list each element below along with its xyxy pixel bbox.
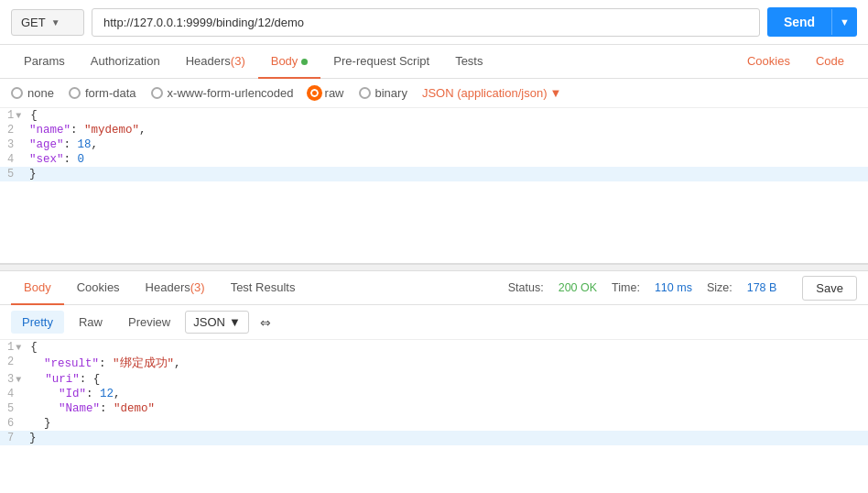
time-value: 110 ms bbox=[655, 281, 692, 294]
resp-linenum-7: 7 bbox=[0, 432, 26, 444]
resp-linenum-4: 4 bbox=[0, 388, 26, 400]
resp-fold-3[interactable]: ▼ bbox=[16, 375, 21, 385]
resp-line-4: 4 "Id": 12, bbox=[0, 387, 868, 401]
resp-tab-body[interactable]: Body bbox=[11, 271, 64, 305]
method-select[interactable]: GET ▼ bbox=[11, 9, 84, 36]
send-button[interactable]: Send ▼ bbox=[767, 7, 857, 37]
req-line-2: 2 "name": "mydemo", bbox=[0, 123, 868, 137]
section-divider bbox=[0, 264, 868, 271]
option-form-data[interactable]: form-data bbox=[69, 86, 136, 100]
size-label: Size: bbox=[707, 281, 732, 294]
tab-headers[interactable]: Headers(3) bbox=[173, 45, 258, 79]
resp-tab-test-results[interactable]: Test Results bbox=[218, 271, 309, 305]
resp-linenum-5: 5 bbox=[0, 402, 26, 415]
resp-linenum-2: 2 bbox=[0, 356, 26, 368]
save-button[interactable]: Save bbox=[802, 276, 857, 301]
option-raw[interactable]: raw bbox=[309, 86, 344, 100]
time-label: Time: bbox=[612, 281, 640, 294]
status-label: Status: bbox=[508, 281, 544, 294]
option-urlencoded[interactable]: x-www-form-urlencoded bbox=[151, 86, 294, 100]
req-line-4: 4 "sex": 0 bbox=[0, 152, 868, 167]
request-editor[interactable]: 1▼ { 2 "name": "mydemo", 3 "age": 18, 4 … bbox=[0, 108, 868, 264]
format-bar: Pretty Raw Preview JSON ▼ ⇔ bbox=[0, 305, 868, 340]
wrap-icon[interactable]: ⇔ bbox=[260, 315, 271, 330]
fmt-type-select[interactable]: JSON ▼ bbox=[185, 311, 249, 334]
req-linenum-2: 2 bbox=[0, 124, 26, 137]
send-arrow-icon[interactable]: ▼ bbox=[831, 9, 857, 35]
radio-none[interactable] bbox=[11, 87, 23, 99]
tab-authorization[interactable]: Authorization bbox=[78, 45, 173, 79]
url-input[interactable] bbox=[92, 8, 760, 37]
resp-line-2: 2 "result": "绑定成功", bbox=[0, 355, 868, 372]
resp-line-5: 5 "Name": "demo" bbox=[0, 401, 868, 416]
tab-code[interactable]: Code bbox=[803, 45, 857, 79]
radio-raw[interactable] bbox=[309, 87, 320, 99]
body-options: none form-data x-www-form-urlencoded raw… bbox=[0, 79, 868, 108]
req-line-5: 5 } bbox=[0, 167, 868, 181]
resp-fold-1[interactable]: ▼ bbox=[16, 343, 21, 353]
resp-line-1: 1▼ { bbox=[0, 340, 868, 355]
json-type-chevron-icon: ▼ bbox=[549, 86, 561, 100]
response-status-info: Status: 200 OK Time: 110 ms Size: 178 B … bbox=[508, 276, 857, 301]
tab-params[interactable]: Params bbox=[11, 45, 78, 79]
status-value: 200 OK bbox=[559, 281, 597, 294]
req-fold-1[interactable]: ▼ bbox=[16, 111, 21, 121]
resp-tab-headers[interactable]: Headers(3) bbox=[133, 271, 218, 305]
method-chevron-icon: ▼ bbox=[51, 17, 60, 27]
tab-cookies[interactable]: Cookies bbox=[734, 45, 803, 79]
req-linenum-4: 4 bbox=[0, 153, 26, 166]
resp-linenum-1: 1▼ bbox=[0, 341, 27, 354]
right-tabs: Cookies Code bbox=[734, 45, 857, 78]
response-editor[interactable]: 1▼ { 2 "result": "绑定成功", 3▼ "uri": { 4 "… bbox=[0, 340, 868, 459]
fmt-raw[interactable]: Raw bbox=[68, 311, 114, 334]
radio-form-data[interactable] bbox=[69, 87, 81, 99]
top-bar: GET ▼ Send ▼ bbox=[0, 0, 868, 45]
fmt-select-chevron-icon: ▼ bbox=[229, 315, 241, 329]
resp-linenum-6: 6 bbox=[0, 417, 26, 430]
fmt-pretty[interactable]: Pretty bbox=[11, 311, 64, 334]
tab-prerequest[interactable]: Pre-request Script bbox=[320, 45, 442, 79]
resp-line-3: 3▼ "uri": { bbox=[0, 372, 868, 387]
json-type-select[interactable]: JSON (application/json) ▼ bbox=[422, 86, 561, 100]
req-linenum-1: 1▼ bbox=[0, 109, 27, 122]
radio-urlencoded[interactable] bbox=[151, 87, 163, 99]
req-line-1: 1▼ { bbox=[0, 108, 868, 123]
tab-tests[interactable]: Tests bbox=[442, 45, 495, 79]
size-value: 178 B bbox=[747, 281, 777, 294]
req-linenum-3: 3 bbox=[0, 138, 26, 151]
option-binary[interactable]: binary bbox=[359, 86, 407, 100]
radio-binary[interactable] bbox=[359, 87, 371, 99]
response-tabs: Body Cookies Headers(3) Test Results Sta… bbox=[0, 271, 868, 305]
send-label: Send bbox=[767, 7, 831, 37]
req-line-3: 3 "age": 18, bbox=[0, 137, 868, 152]
resp-line-6: 6 } bbox=[0, 416, 868, 431]
fmt-preview[interactable]: Preview bbox=[117, 311, 181, 334]
body-dot bbox=[301, 59, 308, 65]
tab-body[interactable]: Body bbox=[258, 45, 321, 79]
request-tabs: Params Authorization Headers(3) Body Pre… bbox=[0, 45, 868, 79]
method-label: GET bbox=[21, 16, 46, 29]
resp-tab-cookies[interactable]: Cookies bbox=[64, 271, 133, 305]
resp-linenum-3: 3▼ bbox=[0, 373, 27, 386]
req-linenum-5: 5 bbox=[0, 168, 26, 181]
option-none[interactable]: none bbox=[11, 86, 54, 100]
resp-line-7: 7 } bbox=[0, 431, 868, 445]
